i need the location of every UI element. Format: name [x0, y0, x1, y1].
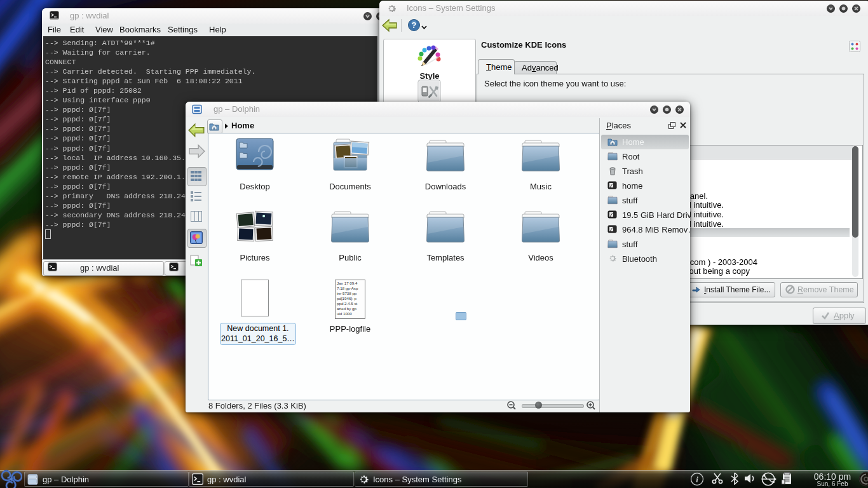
svg-text:?: ?: [412, 20, 417, 30]
svg-text:i: i: [696, 475, 698, 484]
svg-text:ire-5738 pp: ire-5738 pp: [337, 291, 357, 295]
svg-text:ppd 2.4.5 st: ppd 2.4.5 st: [337, 301, 358, 306]
svg-text:Jan 17 09:4: Jan 17 09:4: [337, 281, 358, 285]
svg-text:pd[1946]: p: pd[1946]: p: [337, 296, 357, 301]
svg-text:arted by gp: arted by gp: [337, 306, 357, 311]
svg-text:7:18 gp-Asp: 7:18 gp-Asp: [337, 286, 358, 290]
svg-text:uid 1000: uid 1000: [337, 311, 352, 316]
